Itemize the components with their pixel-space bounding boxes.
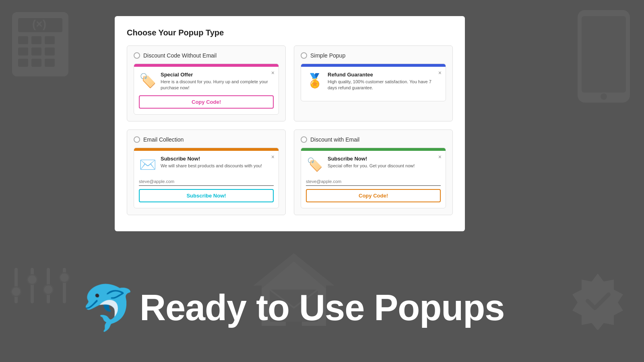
bottom-title: Ready to Use Popups: [140, 287, 504, 329]
popup-preview-4: × 🏷️ Subscribe Now! Special offer for yo…: [301, 148, 446, 208]
popup-text-area-4: Subscribe Now! Special offer for you. Ge…: [328, 156, 441, 169]
popup-bar-1: [134, 64, 279, 67]
popup-bar-3: [134, 148, 279, 151]
svg-rect-7: [45, 47, 55, 56]
popup-icon-2: 🏅: [306, 72, 324, 89]
card-label-row-1: Discount Code Without Email: [134, 52, 279, 59]
popup-text-area-3: Subscribe Now! We will share best produc…: [161, 156, 274, 169]
popup-title-4: Subscribe Now!: [328, 156, 441, 162]
radio-email-collection[interactable]: [134, 136, 140, 143]
svg-rect-13: [582, 16, 626, 93]
radio-simple[interactable]: [301, 52, 307, 59]
popup-close-2[interactable]: ×: [438, 70, 442, 76]
popup-inner-1: × 🏷️ Special Offer Here is a discount fo…: [134, 67, 279, 114]
popup-card-discount-no-email[interactable]: Discount Code Without Email × 🏷️ Special…: [127, 45, 286, 121]
svg-rect-8: [18, 59, 28, 67]
popup-desc-3: We will share best products and discount…: [161, 163, 274, 169]
popup-desc-1: Here is a discount for you. Hurry up and…: [161, 79, 274, 91]
dolphin-icon: 🐬: [80, 282, 136, 334]
popup-bar-4: [301, 148, 446, 151]
svg-text:(×): (×): [32, 18, 46, 30]
popup-content-row-2: 🏅 Refund Guarantee High quality, 100% cu…: [306, 72, 441, 91]
popup-inner-3: × ✉️ Subscribe Now! We will share best p…: [134, 151, 279, 208]
card-label-email-collection: Email Collection: [143, 136, 184, 143]
popup-text-area-1: Special Offer Here is a discount for you…: [161, 72, 274, 91]
card-label-row-3: Email Collection: [134, 136, 279, 143]
popup-content-row-3: ✉️ Subscribe Now! We will share best pro…: [139, 156, 274, 173]
popup-bar-2: [301, 64, 446, 67]
popup-close-4[interactable]: ×: [438, 154, 442, 160]
svg-rect-6: [31, 47, 41, 56]
popup-text-area-2: Refund Guarantee High quality, 100% cust…: [328, 72, 441, 91]
svg-rect-5: [18, 47, 28, 56]
popup-inner-2: × 🏅 Refund Guarantee High quality, 100% …: [301, 67, 446, 101]
card-label-row-4: Discount with Email: [301, 136, 446, 143]
popup-btn-4[interactable]: Copy Code!: [306, 189, 441, 202]
popup-preview-3: × ✉️ Subscribe Now! We will share best p…: [134, 148, 279, 208]
popup-icon-3: ✉️: [139, 156, 157, 173]
svg-point-14: [601, 93, 607, 100]
popup-inner-4: × 🏷️ Subscribe Now! Special offer for yo…: [301, 151, 446, 208]
panel-title: Choose Your Popup Type: [127, 28, 453, 37]
svg-rect-3: [31, 36, 41, 44]
popup-btn-1[interactable]: Copy Code!: [139, 95, 274, 109]
popup-desc-4: Special offer for you. Get your discount…: [328, 163, 441, 169]
svg-rect-2: [18, 36, 28, 44]
popup-card-discount-email[interactable]: Discount with Email × 🏷️ Subscribe Now! …: [294, 130, 453, 215]
popup-preview-2: × 🏅 Refund Guarantee High quality, 100% …: [301, 64, 446, 101]
card-label-row-2: Simple Popup: [301, 52, 446, 59]
popup-title-2: Refund Guarantee: [328, 72, 441, 78]
svg-rect-10: [45, 59, 55, 67]
popup-btn-3[interactable]: Subscribe Now!: [139, 189, 274, 202]
popup-icon-1: 🏷️: [139, 72, 157, 89]
popup-close-3[interactable]: ×: [271, 154, 275, 160]
popup-card-simple[interactable]: Simple Popup × 🏅 Refund Guarantee High q…: [294, 45, 453, 121]
card-label-simple: Simple Popup: [310, 52, 345, 59]
radio-discount-email[interactable]: [301, 136, 307, 143]
popup-content-row-1: 🏷️ Special Offer Here is a discount for …: [139, 72, 274, 91]
card-label-discount-email: Discount with Email: [310, 136, 359, 143]
svg-rect-4: [45, 36, 55, 44]
popup-email-input-3[interactable]: [139, 177, 274, 186]
popup-preview-1: × 🏷️ Special Offer Here is a discount fo…: [134, 64, 279, 115]
radio-discount-no-email[interactable]: [134, 52, 140, 59]
popup-content-row-4: 🏷️ Subscribe Now! Special offer for you.…: [306, 156, 441, 173]
popup-icon-4: 🏷️: [306, 156, 324, 173]
popup-close-1[interactable]: ×: [271, 70, 275, 76]
popup-title-1: Special Offer: [161, 72, 274, 78]
popup-grid: Discount Code Without Email × 🏷️ Special…: [127, 45, 453, 215]
card-label-discount-no-email: Discount Code Without Email: [143, 52, 217, 59]
popup-desc-2: High quality, 100% customer satisfaction…: [328, 79, 441, 91]
popup-card-email-collection[interactable]: Email Collection × ✉️ Subscribe Now! We …: [127, 130, 286, 215]
popup-email-input-4[interactable]: [306, 177, 441, 186]
popup-title-3: Subscribe Now!: [161, 156, 274, 162]
main-panel: Choose Your Popup Type Discount Code Wit…: [115, 16, 465, 231]
svg-rect-9: [31, 59, 41, 67]
bottom-section: 🐬 Ready to Use Popups: [0, 253, 644, 362]
